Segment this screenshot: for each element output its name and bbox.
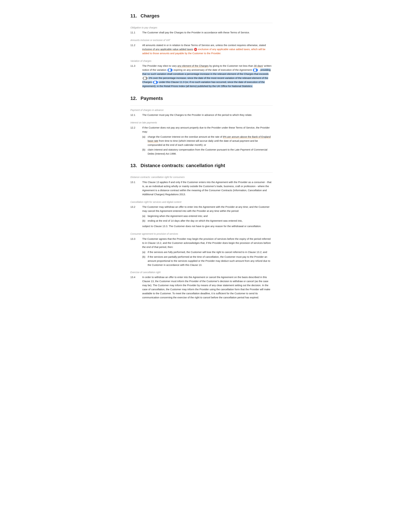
clause-text-12-2-intro: If the Customer does not pay any amount … <box>142 126 273 134</box>
list-label-13-3-b: (b) <box>142 255 146 267</box>
clause-13-3-b: (b) if the services are partially perfor… <box>142 255 273 267</box>
clause-12-2-list: (a) charge the Customer interest on the … <box>142 135 273 156</box>
list-text-13-3-a: if the services are fully performed, the… <box>148 250 267 254</box>
clause-text-11-2: All amounts stated in or in relation to … <box>142 43 273 55</box>
highlight-inclusive: inclusive of any applicable value added … <box>142 48 193 51</box>
list-label-13-2-a: (a) <box>142 214 146 218</box>
list-text-13-2-a: beginning when the Agreement was entered… <box>148 214 208 218</box>
section-13-title: Distance contracts: cancellation right <box>140 162 225 170</box>
toggle-2-handle <box>254 69 256 71</box>
clause-12-1: 12.1 The Customer must pay the Charges t… <box>130 113 273 118</box>
clause-content-12-2: If the Customer does not pay any amount … <box>142 126 273 157</box>
list-label-b: (b) <box>142 148 146 156</box>
section-13-heading: 13. Distance contracts: cancellation rig… <box>130 162 273 170</box>
clause-text-11-3: The Provider may elect to vary any eleme… <box>142 64 273 88</box>
clause-num-11-1: 11.1 <box>130 31 142 36</box>
section-11-title: Charges <box>140 12 159 20</box>
clause-text-13-3-intro: The Customer agrees that the Provider ma… <box>142 237 273 249</box>
hl-clause-11-3: under this Clause 11.3 (or, if no such v… <box>142 81 265 88</box>
list-text-13-3-b: if the services are partially performed … <box>148 255 273 267</box>
list-text-a: charge the Customer interest on the over… <box>148 135 273 147</box>
clause-content-13-4: In order to withdraw an offer to enter i… <box>142 275 273 301</box>
clause-content-11-1: The Customer shall pay the Charges to th… <box>142 31 273 36</box>
clause-content-11-2: All amounts stated in or in relation to … <box>142 43 273 56</box>
clause-12-2-a: (a) charge the Customer interest on the … <box>142 135 273 147</box>
clause-13-2-list: (a) beginning when the Agreement was ent… <box>142 214 273 223</box>
clause-num-13-1: 13.1 <box>130 180 142 197</box>
section-12-heading: 12. Payments <box>130 95 273 102</box>
section-11: 11. Charges Obligation to pay charges 11… <box>130 12 273 89</box>
clause-text-11-1: The Customer shall pay the Charges to th… <box>142 31 273 35</box>
clause-13-4: 13.4 In order to withdraw an offer to en… <box>130 275 273 301</box>
clause-text-12-1: The Customer must pay the Charges to the… <box>142 113 273 117</box>
toggle-4[interactable] <box>153 81 158 84</box>
clause-content-11-3: The Provider may elect to vary any eleme… <box>142 64 273 89</box>
italic-heading-advance: Payment of charges in advance <box>130 108 273 112</box>
toggle-1[interactable] <box>167 69 173 72</box>
section-12-divider <box>130 105 273 106</box>
clause-13-2-a: (a) beginning when the Agreement was ent… <box>142 214 273 218</box>
clause-13-2: 13.2 The Customer may withdraw an offer … <box>130 205 273 229</box>
clause-13-3-list: (a) if the services are fully performed,… <box>142 250 273 267</box>
hl-providing: providing that no such variation shall c… <box>142 68 271 75</box>
clause-11-2: 11.2 All amounts stated in or in relatio… <box>130 43 273 56</box>
clause-13-2-b: (b) ending at the end of 14 days after t… <box>142 219 273 223</box>
clause-text-13-4: In order to withdraw an offer to enter i… <box>142 275 273 299</box>
italic-heading-consumer-agreement: Consumer agreement to provision of servi… <box>130 232 273 236</box>
section-12: 12. Payments Payment of charges in advan… <box>130 95 273 157</box>
section-13-num: 13. <box>130 162 139 170</box>
list-label-a: (a) <box>142 135 146 147</box>
clause-12-2: 12.2 If the Customer does not pay any am… <box>130 126 273 157</box>
clause-13-1: 13.1 This Clause 13 applies if and only … <box>130 180 273 197</box>
section-12-title: Payments <box>140 95 163 102</box>
clause-num-11-2: 11.2 <box>130 43 142 56</box>
clause-content-13-1: This Clause 13 applies if and only if th… <box>142 180 273 197</box>
toggle-3[interactable] <box>143 77 148 80</box>
italic-heading-vat: Amounts inclusive or exclusive of VAT <box>130 38 273 42</box>
clause-content-13-2: The Customer may withdraw an offer to en… <box>142 205 273 229</box>
clause-text-13-2-extra: subject to Clause 13.3. The Customer doe… <box>142 224 273 228</box>
document-content: 11. Charges Obligation to pay charges 11… <box>130 12 273 301</box>
or-icon: or <box>194 48 197 51</box>
italic-heading-exercise: Exercise of cancellation right <box>130 270 273 274</box>
italic-heading-interest: Interest on late payments <box>130 121 273 124</box>
italic-heading-variation: Variation of charges <box>130 59 273 63</box>
clause-text-13-2-intro: The Customer may withdraw an offer to en… <box>142 205 273 213</box>
clause-content-13-3: The Customer agrees that the Provider ma… <box>142 237 273 268</box>
clause-13-3-a: (a) if the services are fully performed,… <box>142 250 273 254</box>
hl-30-days: 30 days <box>254 64 263 67</box>
clause-num-13-4: 13.4 <box>130 275 142 301</box>
clause-text-13-1: This Clause 13 applies if and only if th… <box>142 180 273 196</box>
italic-heading-obligation: Obligation to pay charges <box>130 26 273 29</box>
section-11-num: 11. <box>130 12 139 20</box>
toggle-2[interactable] <box>253 69 258 72</box>
toggle-4-handle <box>154 81 156 83</box>
hl-8pct: 8% per annum above the Bank of England b… <box>148 135 271 142</box>
section-11-heading: 11. Charges <box>130 12 273 20</box>
toggle-3-handle <box>144 77 146 79</box>
clause-11-1: 11.1 The Customer shall pay the Charges … <box>130 31 273 36</box>
clause-13-3: 13.3 The Customer agrees that the Provid… <box>130 237 273 268</box>
list-text-13-2-b: ending at the end of 14 days after the d… <box>148 219 242 223</box>
clause-num-13-3: 13.3 <box>130 237 142 268</box>
clause-12-2-b: (b) claim interest and statutory compens… <box>142 148 273 156</box>
clause-num-11-3: 11.3 <box>130 64 142 89</box>
clause-num-12-1: 12.1 <box>130 113 142 118</box>
italic-heading-distance: Distance contracts: cancellation right f… <box>130 175 273 179</box>
toggle-1-handle <box>169 69 171 71</box>
hl-any-element: any element of the Charges <box>177 64 209 67</box>
list-text-b: claim interest and statutory compensatio… <box>148 148 273 156</box>
clause-num-12-2: 12.2 <box>130 126 142 157</box>
italic-heading-cancellation-right: Cancellation right for services and digi… <box>130 200 273 204</box>
section-12-num: 12. <box>130 95 139 102</box>
list-label-13-3-a: (a) <box>142 250 146 254</box>
clause-content-12-1: The Customer must pay the Charges to the… <box>142 113 273 118</box>
clause-num-13-2: 13.2 <box>130 205 142 229</box>
clause-11-3: 11.3 The Provider may elect to vary any … <box>130 64 273 89</box>
section-13: 13. Distance contracts: cancellation rig… <box>130 162 273 301</box>
section-divider <box>130 23 273 23</box>
list-label-13-2-b: (b) <box>142 219 146 223</box>
